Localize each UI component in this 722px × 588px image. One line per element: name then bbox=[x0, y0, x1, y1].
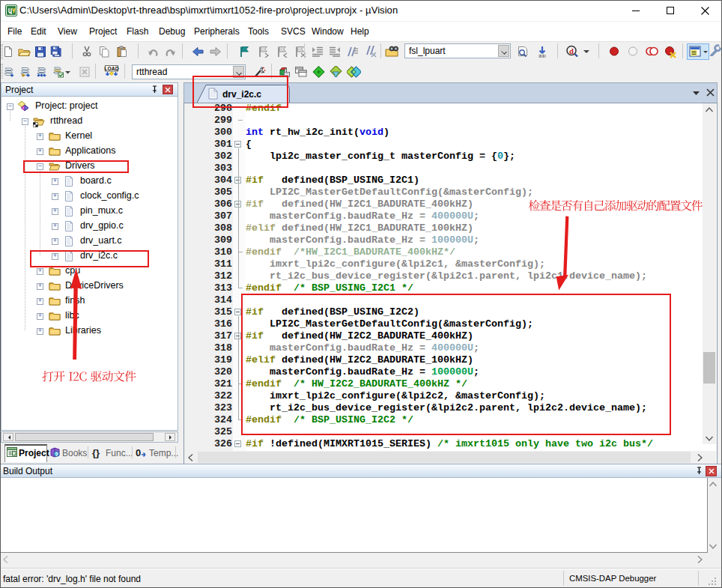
svg-text:d: d bbox=[569, 47, 574, 55]
svg-text:LOAD: LOAD bbox=[104, 66, 118, 71]
svg-text:?: ? bbox=[55, 452, 58, 457]
